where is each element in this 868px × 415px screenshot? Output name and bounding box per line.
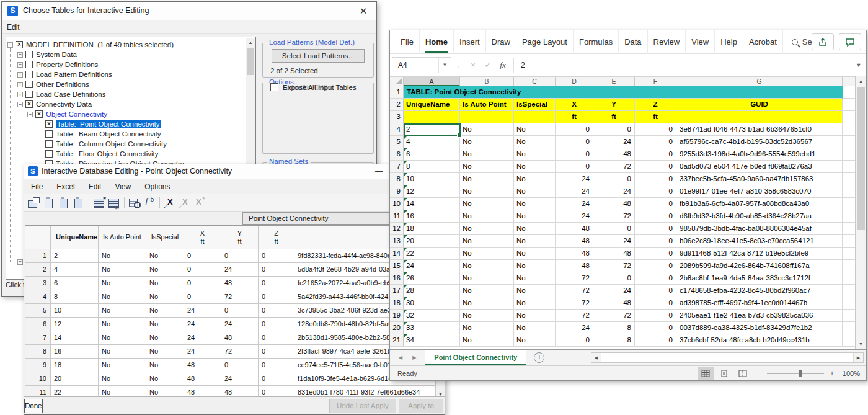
toolbar-icon[interactable] <box>71 196 86 210</box>
horizontal-scrollbar[interactable]: ◀ ▶ <box>591 352 864 363</box>
cell-z[interactable]: 0 <box>635 123 676 136</box>
cell-uniquename[interactable]: 16 <box>51 345 99 359</box>
cell-uniquename[interactable]: 6 <box>404 148 460 161</box>
cell-isautopoint[interactable]: No <box>460 322 514 334</box>
empty-cell[interactable] <box>843 99 856 111</box>
cell-y[interactable]: 0 <box>221 359 259 372</box>
empty-cell[interactable] <box>843 86 856 99</box>
tree-checkbox[interactable] <box>35 110 43 118</box>
cell-y[interactable]: 24 <box>593 185 635 198</box>
menu-item-edit[interactable]: Edit <box>2 23 25 32</box>
header-cell-y[interactable]: Y <box>593 99 635 111</box>
cell-isspecial[interactable]: No <box>514 123 556 136</box>
cell-isautopoint[interactable]: No <box>460 272 514 285</box>
cell-isautopoint[interactable]: No <box>460 297 514 310</box>
cell-y[interactable]: 72 <box>593 260 635 272</box>
cell-z[interactable]: 0 <box>635 148 676 161</box>
header-cell-isautopoint[interactable]: Is Auto Point <box>460 99 514 111</box>
cell-x[interactable]: 0 <box>556 148 593 161</box>
menu-item[interactable]: Excel <box>50 182 81 191</box>
tree-expand-toggle[interactable] <box>17 92 23 97</box>
cell-z[interactable]: 0 <box>635 223 676 235</box>
formula-input[interactable]: 2 <box>517 61 851 69</box>
cell-x[interactable]: 72 <box>556 310 593 322</box>
empty-cell[interactable] <box>843 136 856 148</box>
row-number[interactable]: 9 <box>390 185 404 198</box>
cell-z[interactable]: 0 <box>635 334 676 347</box>
cell-z[interactable]: 0 <box>635 272 676 285</box>
toolbar-icon[interactable] <box>162 196 177 210</box>
add-sheet-icon[interactable]: + <box>534 352 544 363</box>
cell-uniquename[interactable]: 18 <box>404 223 460 235</box>
tree-checkbox[interactable] <box>25 100 33 108</box>
cell-isspecial[interactable]: No <box>514 297 556 310</box>
cell-isautopoint[interactable]: No <box>460 235 514 248</box>
header-cell-x[interactable]: X <box>556 99 593 111</box>
page-layout-view-icon[interactable] <box>716 367 732 380</box>
tree-checkbox[interactable] <box>16 41 23 48</box>
cell-guid[interactable]: 0ad5d073-e504-417e-b0ed-f869fa8276a3 <box>676 161 843 173</box>
cell-uniquename[interactable]: 18 <box>51 359 99 372</box>
select-load-patterns-button[interactable]: Select Load Patterns... <box>272 49 365 63</box>
cell-isautopoint[interactable]: No <box>460 161 514 173</box>
tree-expand-toggle[interactable] <box>17 62 23 68</box>
cell-y[interactable]: 48 <box>593 148 635 161</box>
cell-uniquename[interactable]: 12 <box>404 185 460 198</box>
cell-y[interactable]: 48 <box>593 198 635 210</box>
cell-isautopoint[interactable]: No <box>99 372 146 386</box>
unit-cell[interactable] <box>514 111 556 123</box>
table-title-cell[interactable]: TABLE: Point Object Connectivity <box>404 86 843 99</box>
menu-item[interactable]: View <box>108 182 138 191</box>
cell-isspecial[interactable]: No <box>146 372 184 386</box>
cell-z[interactable]: 0 <box>635 198 676 210</box>
cell-z[interactable]: 0 <box>259 304 294 318</box>
unit-cell-y[interactable]: ft <box>593 111 635 123</box>
cell-guid[interactable]: fb91b3a6-6cfb-4a87-957f-a08bd8ca43a0 <box>676 198 843 210</box>
tree-checkbox[interactable] <box>25 61 33 68</box>
row-number[interactable]: 20 <box>390 322 404 334</box>
empty-cell[interactable] <box>843 334 856 347</box>
cancel-entry-icon[interactable]: × <box>466 60 480 69</box>
cell-z[interactable]: 0 <box>259 372 294 386</box>
ribbon-tab[interactable]: File <box>395 30 420 54</box>
cell-isspecial[interactable]: No <box>146 263 184 277</box>
row-number[interactable]: 18 <box>390 297 404 310</box>
cell-isspecial[interactable]: No <box>514 334 556 347</box>
row-number[interactable]: 16 <box>390 272 404 285</box>
cell-z[interactable]: 0 <box>259 345 294 359</box>
name-box[interactable]: A4▼ <box>392 57 451 73</box>
cell-isspecial[interactable]: No <box>514 161 556 173</box>
close-icon[interactable]: ✕ <box>355 4 371 19</box>
row-number[interactable]: 17 <box>390 285 404 297</box>
cell-isspecial[interactable]: No <box>514 310 556 322</box>
empty-cell[interactable] <box>843 297 856 310</box>
cell-x[interactable]: 72 <box>556 297 593 310</box>
cell-isautopoint[interactable]: No <box>460 210 514 223</box>
cell-isautopoint[interactable]: No <box>99 249 146 263</box>
row-number[interactable]: 8 <box>390 173 404 185</box>
cell-isspecial[interactable]: No <box>514 185 556 198</box>
header-cell-uniquename[interactable]: UniqueName <box>404 99 460 111</box>
unit-cell-x[interactable]: ft <box>556 111 593 123</box>
formula-bar-expand-icon[interactable]: ▼ <box>851 62 866 68</box>
cell-z[interactable]: 0 <box>635 235 676 248</box>
sheet-tab-point-object-connectivity[interactable]: Point Object Connectivity <box>425 350 526 365</box>
cell-isautopoint[interactable]: No <box>99 304 146 318</box>
tree-checkbox[interactable] <box>25 81 33 88</box>
column-header-g[interactable]: G <box>676 77 843 86</box>
cell-isspecial[interactable]: No <box>514 272 556 285</box>
cell-uniquename[interactable]: 24 <box>404 260 460 272</box>
row-number[interactable]: 5 <box>390 136 404 148</box>
tree-checkbox[interactable] <box>45 150 53 158</box>
cell-guid[interactable]: 37cb6cbf-52da-48fc-a8cb-b20d49cc431b <box>676 334 843 347</box>
cell-uniquename[interactable]: 8 <box>404 161 460 173</box>
cell-x[interactable]: 0 <box>184 249 221 263</box>
toolbar-icon[interactable] <box>127 196 141 210</box>
cell-guid[interactable]: af65796c-ca7c-4b1d-b195-83dc52d36567 <box>676 136 843 148</box>
cell-x[interactable]: 0 <box>184 263 221 277</box>
tree-checkbox[interactable] <box>25 51 33 58</box>
cell-y[interactable]: 8 <box>593 322 635 334</box>
cell-z[interactable]: 0 <box>259 277 294 290</box>
column-header-b[interactable]: B <box>460 77 514 86</box>
column-header-a[interactable]: A <box>404 77 460 86</box>
